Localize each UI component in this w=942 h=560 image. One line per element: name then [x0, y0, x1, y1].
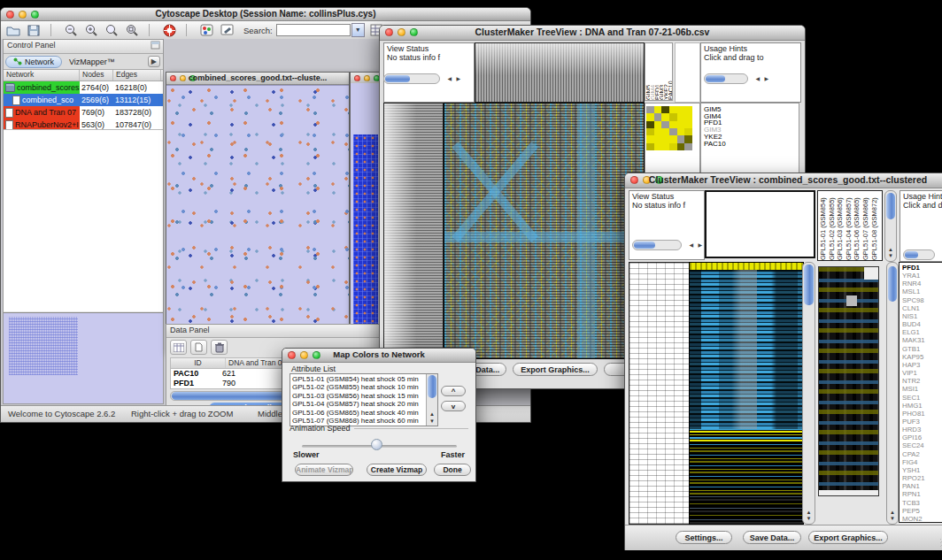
treeview2-button[interactable]: Export Graphics... — [808, 531, 888, 544]
tab-overflow-arrow-icon[interactable]: ▶ — [148, 56, 160, 67]
network-frame-titlebar[interactable]: combined_scores_good.txt--cluste... — [166, 73, 349, 85]
gene-label[interactable]: RPO21 — [902, 474, 942, 482]
gene-label[interactable]: PHO81 — [902, 410, 942, 418]
scrollbar-thumb[interactable] — [888, 266, 897, 302]
gene-list-scrollbar[interactable]: ▲ ▼ — [886, 262, 899, 525]
scroll-right-icon[interactable]: ▶ — [764, 74, 768, 83]
view-status-scrollbar[interactable]: ◀ ▶ — [383, 73, 440, 84]
close-button[interactable] — [354, 75, 360, 81]
gene-label[interactable]: YSH1 — [902, 466, 942, 474]
scroll-right-icon[interactable]: ▶ — [456, 74, 460, 83]
network-canvas[interactable] — [166, 85, 349, 351]
dialog-button[interactable]: Create Vizmap — [367, 464, 427, 476]
column-labels-scrollbar[interactable]: ▲ ▼ — [884, 190, 897, 262]
gene-label[interactable]: TCB3 — [902, 499, 942, 507]
gene-label[interactable]: NTR2 — [902, 377, 942, 385]
gene-label[interactable]: NIS1 — [902, 312, 942, 320]
scrollbar-thumb[interactable] — [905, 251, 918, 258]
gene-label[interactable]: YRA1 — [902, 272, 942, 280]
scroll-up-icon[interactable]: ▲ — [803, 510, 815, 516]
scroll-left-icon[interactable]: ◀ — [755, 74, 760, 83]
scroll-left-icon[interactable]: ◀ — [689, 241, 693, 249]
treeview2-titlebar[interactable]: ClusterMaker TreeView : combined_scores_… — [625, 173, 942, 188]
gene-label[interactable]: GPI16 — [902, 433, 942, 441]
scrollbar-thumb[interactable] — [706, 75, 725, 82]
usage-hints-scrollbar[interactable]: ◀ ▶ — [704, 73, 748, 84]
view-status-scrollbar[interactable]: ◀ ▶ — [632, 240, 682, 250]
attribute-item[interactable]: GPL51-04 (GSM857) heat shock 20 min — [292, 400, 426, 408]
help-lifesaver-icon[interactable] — [161, 23, 177, 37]
dialog-button[interactable]: Animate Vizmap — [295, 464, 353, 476]
scroll-left-icon[interactable]: ◀ — [447, 74, 452, 83]
dialog-titlebar[interactable]: Map Colors to Network — [282, 349, 475, 363]
network-row[interactable]: combined_scores 2764(0) 16218(0) — [4, 81, 163, 94]
move-down-button[interactable]: v — [441, 401, 466, 411]
scrollbar-thumb[interactable] — [804, 265, 814, 305]
column-dendrogram[interactable] — [705, 190, 815, 258]
gene-label[interactable]: PAC10 — [704, 141, 799, 148]
gene-label[interactable]: HRD3 — [902, 426, 942, 433]
gene-label[interactable]: MON2 — [902, 515, 942, 523]
cluster-heatmap-matrix[interactable] — [646, 106, 692, 150]
dialog-button[interactable]: Done — [434, 464, 471, 476]
treeview1-button[interactable]: Export Graphics... — [513, 363, 598, 376]
zoom-in-icon[interactable] — [83, 23, 99, 37]
gene-label[interactable]: PAN1 — [902, 482, 942, 490]
scrollbar-thumb[interactable] — [428, 375, 436, 398]
treeview1-titlebar[interactable]: ClusterMaker TreeView : DNA and Tran 07-… — [380, 26, 805, 41]
new-attribute-icon[interactable] — [190, 340, 207, 355]
scroll-up-icon[interactable]: ▲ — [887, 510, 898, 516]
annotation-icon[interactable] — [219, 23, 235, 37]
minimize-button[interactable] — [364, 75, 370, 81]
zoom-fit-icon[interactable] — [104, 23, 120, 37]
row-dendrogram[interactable] — [383, 103, 444, 359]
search-dropdown-arrow-icon[interactable]: ▼ — [351, 23, 365, 37]
scrollbar-thumb[interactable] — [886, 193, 895, 219]
speed-slider-thumb[interactable] — [371, 439, 382, 450]
move-up-button[interactable]: ^ — [441, 386, 466, 396]
save-session-icon[interactable] — [26, 23, 42, 37]
gene-label[interactable]: RPN1 — [902, 490, 942, 498]
gene-label[interactable]: MSI1 — [902, 385, 942, 393]
gene-label[interactable]: FIG4 — [902, 458, 942, 466]
column-label[interactable]: PAC10 — [668, 50, 672, 100]
gene-label[interactable]: PEP5 — [902, 507, 942, 515]
attribute-item[interactable]: GPL51-06 (GSM865) heat shock 40 min — [292, 409, 426, 417]
column-label[interactable]: GPL51-04 (GSM857) — [845, 193, 854, 260]
column-label[interactable]: GPL51-03 (GSM856) — [837, 193, 845, 260]
attribute-item[interactable]: GPL51-02 (GSM855) heat shock 10 min — [292, 383, 426, 391]
gene-label[interactable]: MSL1 — [902, 288, 942, 295]
gene-label[interactable]: PUF3 — [902, 418, 942, 426]
zoom-selected-icon[interactable] — [124, 23, 140, 37]
scroll-down-icon[interactable]: ▼ — [887, 516, 898, 522]
listbox-scrollbar[interactable]: ▲ ▼ — [426, 374, 437, 426]
treeview2-button[interactable]: Settings... — [676, 531, 732, 544]
vizmapper-icon[interactable] — [198, 23, 214, 37]
gene-label[interactable]: SPC98 — [902, 296, 942, 304]
scroll-down-icon[interactable]: ▼ — [885, 253, 896, 259]
column-label[interactable]: GPL51-01 (GSM854) — [820, 193, 829, 260]
attribute-item[interactable]: GPL51-03 (GSM856) heat shock 15 min — [292, 392, 426, 400]
usage-hints-scrollbar[interactable] — [903, 249, 935, 260]
gene-label[interactable]: CLN1 — [902, 304, 942, 312]
search-input[interactable] — [276, 24, 351, 36]
attribute-item[interactable]: GPL51-01 (GSM854) heat shock 05 min — [292, 375, 426, 383]
zoom-out-icon[interactable] — [63, 23, 79, 37]
treeview2-button[interactable]: Save Data... — [743, 531, 801, 544]
gene-label[interactable]: HMG1 — [902, 402, 942, 410]
gene-label[interactable]: ELG1 — [902, 328, 942, 336]
scroll-up-icon[interactable]: ▲ — [885, 247, 896, 253]
zoom-heatmap[interactable] — [818, 266, 879, 496]
row-dendrogram[interactable] — [629, 262, 691, 525]
delete-attribute-trash-icon[interactable] — [211, 340, 228, 355]
column-label[interactable]: GPL51-06 (GSM865) — [853, 193, 862, 260]
scrollbar-thumb[interactable] — [385, 75, 410, 82]
scroll-up-icon[interactable]: ▲ — [427, 411, 437, 418]
column-dendrogram[interactable] — [475, 42, 645, 103]
global-heatmap[interactable] — [444, 103, 645, 359]
tab-network[interactable]: Network — [5, 56, 62, 68]
cytoscape-titlebar[interactable]: Cytoscape Desktop (Session Name: collins… — [1, 8, 530, 21]
heatmap-vscrollbar[interactable]: ▲ ▼ — [802, 262, 815, 525]
column-label[interactable]: GPL51-08 (GSM872) — [871, 193, 880, 260]
float-panel-icon[interactable] — [151, 41, 160, 50]
